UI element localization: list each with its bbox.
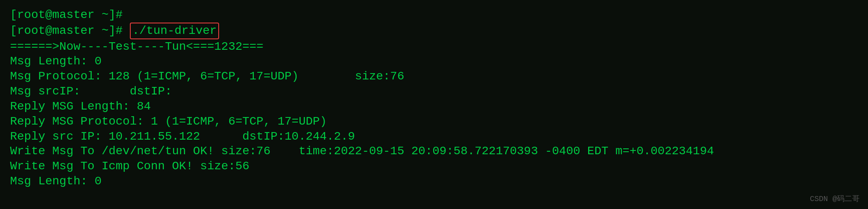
terminal-line-7: Reply MSG Length: 84: [10, 99, 858, 114]
prompt-text: [root@master ~]#: [10, 23, 130, 38]
terminal-line-12: Msg Length: 0: [10, 174, 858, 189]
terminal-line-5: Msg Protocol: 128 (1=ICMP, 6=TCP, 17=UDP…: [10, 69, 858, 84]
terminal-line-8: Reply MSG Protocol: 1 (1=ICMP, 6=TCP, 17…: [10, 114, 858, 129]
watermark: CSDN @码二哥: [810, 194, 860, 204]
terminal-line-6: Msg srcIP: dstIP:: [10, 84, 858, 99]
terminal-window: [root@master ~]# [root@master ~]# ./tun-…: [0, 0, 868, 209]
command-highlighted: ./tun-driver: [130, 23, 220, 39]
terminal-line-10: Write Msg To /dev/net/tun OK! size:76 ti…: [10, 144, 858, 159]
terminal-line-3: ======>Now----Test----Tun<===1232===: [10, 39, 858, 54]
terminal-line-9: Reply src IP: 10.211.55.122 dstIP:10.244…: [10, 129, 858, 144]
terminal-line-4: Msg Length: 0: [10, 54, 858, 69]
terminal-line-1: [root@master ~]#: [10, 8, 858, 23]
terminal-line-11: Write Msg To Icmp Conn OK! size:56: [10, 159, 858, 174]
terminal-line-2: [root@master ~]# ./tun-driver: [10, 23, 858, 39]
